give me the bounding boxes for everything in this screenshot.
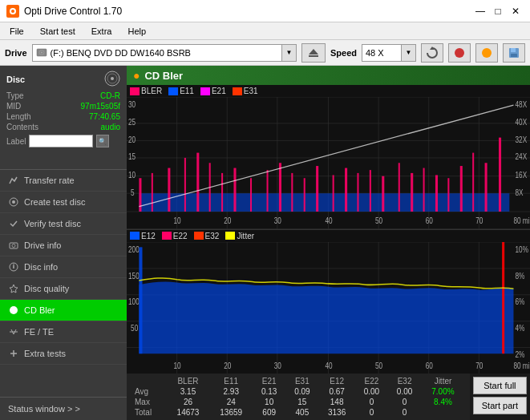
max-jitter: 8.4% bbox=[421, 397, 465, 407]
e22-color bbox=[162, 232, 172, 240]
svg-rect-83 bbox=[382, 176, 384, 212]
menu-start-test[interactable]: Start test bbox=[34, 25, 82, 38]
disc-label-row: Label 🔍 bbox=[6, 135, 120, 147]
col-header-e31: E31 bbox=[285, 376, 318, 386]
avg-e11: 2.93 bbox=[209, 386, 253, 397]
disc-info-icon bbox=[8, 261, 19, 273]
svg-rect-75 bbox=[279, 163, 281, 212]
drive-name: (F:) BENQ DVD DD DW1640 BSRB bbox=[51, 48, 191, 58]
bler-color bbox=[130, 87, 140, 95]
e11-color bbox=[168, 87, 178, 95]
disc-label-input[interactable] bbox=[29, 135, 93, 147]
speed-dropdown-button[interactable]: ▼ bbox=[402, 44, 416, 62]
stats-total-row: Total 14673 13659 609 405 3136 0 0 bbox=[131, 407, 465, 418]
sidebar-item-extra-tests[interactable]: Extra tests bbox=[0, 343, 127, 365]
sidebar-item-disc-info[interactable]: Disc info bbox=[0, 256, 127, 278]
disc-label-search-button[interactable]: 🔍 bbox=[96, 135, 109, 147]
save-button[interactable] bbox=[503, 43, 525, 63]
svg-text:2%: 2% bbox=[516, 350, 525, 359]
svg-text:150: 150 bbox=[128, 271, 140, 280]
col-header-e21: E21 bbox=[253, 376, 285, 386]
svg-text:15: 15 bbox=[128, 153, 136, 162]
svg-point-2 bbox=[11, 10, 14, 13]
start-full-button[interactable]: Start full bbox=[473, 377, 527, 394]
e21-label: E21 bbox=[212, 87, 226, 95]
col-header-bler: BLER bbox=[167, 376, 210, 386]
svg-text:25: 25 bbox=[128, 119, 136, 127]
total-e31: 405 bbox=[285, 407, 318, 418]
top-chart: 30 25 20 15 10 5 10 20 30 40 50 60 70 80… bbox=[127, 97, 530, 230]
svg-text:30: 30 bbox=[274, 361, 281, 370]
orange-icon-button[interactable] bbox=[475, 43, 498, 63]
svg-rect-92 bbox=[499, 138, 501, 212]
drive-label: Drive bbox=[5, 48, 27, 58]
total-e21: 609 bbox=[253, 407, 285, 418]
start-part-button[interactable]: Start part bbox=[473, 397, 527, 414]
legend-jitter: Jitter bbox=[225, 232, 254, 240]
title-bar-left: Opti Drive Control 1.70 bbox=[6, 5, 122, 18]
sidebar-label-verify-test-disc: Verify test disc bbox=[24, 219, 81, 228]
avg-e32: 0.00 bbox=[388, 386, 421, 397]
disc-type-row: Type CD-R bbox=[6, 91, 120, 100]
total-jitter bbox=[421, 407, 465, 418]
total-e22: 0 bbox=[355, 407, 388, 418]
e21-color bbox=[200, 87, 210, 95]
total-bler: 14673 bbox=[167, 407, 210, 418]
fe-te-icon bbox=[8, 326, 19, 337]
svg-rect-64 bbox=[139, 193, 509, 212]
close-button[interactable]: ✕ bbox=[508, 4, 524, 18]
svg-rect-19 bbox=[10, 243, 18, 248]
svg-text:16X: 16X bbox=[516, 171, 528, 180]
max-label: Max bbox=[131, 397, 167, 407]
svg-text:20: 20 bbox=[128, 135, 136, 144]
avg-label: Avg bbox=[131, 386, 167, 397]
sidebar-item-transfer-rate[interactable]: Transfer rate bbox=[0, 170, 127, 192]
sidebar-label-transfer-rate: Transfer rate bbox=[24, 176, 75, 185]
sidebar-item-create-test-disc[interactable]: Create test disc bbox=[0, 192, 127, 213]
disc-contents-row: Contents audio bbox=[6, 123, 120, 131]
svg-text:20: 20 bbox=[224, 216, 231, 225]
maximize-button[interactable]: □ bbox=[490, 4, 506, 18]
svg-text:10%: 10% bbox=[516, 244, 528, 253]
max-e21: 10 bbox=[253, 397, 285, 407]
drive-icon bbox=[36, 46, 47, 59]
svg-text:40: 40 bbox=[325, 361, 332, 370]
menu-help[interactable]: Help bbox=[121, 25, 152, 38]
eject-button[interactable] bbox=[301, 43, 326, 63]
svg-rect-80 bbox=[345, 168, 347, 212]
svg-point-25 bbox=[10, 306, 18, 314]
svg-rect-125 bbox=[502, 242, 504, 353]
menu-file[interactable]: File bbox=[3, 25, 30, 38]
sidebar-item-fe-te[interactable]: FE / TE bbox=[0, 321, 127, 343]
svg-rect-67 bbox=[168, 168, 170, 212]
menu-extra[interactable]: Extra bbox=[85, 25, 119, 38]
col-header-e11: E11 bbox=[209, 376, 253, 386]
speed-selector[interactable]: 48 X bbox=[362, 44, 402, 62]
minimize-button[interactable]: — bbox=[472, 4, 488, 18]
red-icon-button[interactable] bbox=[448, 43, 471, 63]
svg-rect-69 bbox=[196, 153, 199, 212]
drive-dropdown-button[interactable]: ▼ bbox=[282, 44, 297, 62]
svg-marker-24 bbox=[10, 285, 18, 293]
cd-bler-icon bbox=[8, 305, 19, 316]
disc-panel-icon bbox=[104, 71, 120, 88]
sidebar-item-cd-bler[interactable]: CD Bler bbox=[0, 300, 127, 321]
refresh-button[interactable] bbox=[421, 43, 443, 63]
svg-text:80 min: 80 min bbox=[513, 216, 530, 225]
sidebar-item-disc-quality[interactable]: Disc quality bbox=[0, 278, 127, 300]
svg-point-10 bbox=[482, 48, 492, 58]
drive-selector[interactable]: (F:) BENQ DVD DD DW1640 BSRB bbox=[32, 44, 282, 62]
status-window-button[interactable]: Status window > > bbox=[0, 397, 127, 420]
svg-text:24X: 24X bbox=[516, 153, 528, 162]
sidebar-item-verify-test-disc[interactable]: Verify test disc bbox=[0, 213, 127, 235]
svg-text:4%: 4% bbox=[516, 324, 525, 333]
sidebar-label-fe-te: FE / TE bbox=[24, 327, 54, 337]
svg-rect-77 bbox=[304, 178, 305, 212]
stats-max-row: Max 26 24 10 15 148 0 0 8.4% bbox=[131, 397, 465, 407]
sidebar-item-drive-info[interactable]: Drive info bbox=[0, 235, 127, 256]
svg-rect-89 bbox=[460, 166, 463, 212]
menu-bar: File Start test Extra Help bbox=[0, 22, 530, 40]
disc-contents-label: Contents bbox=[6, 123, 38, 131]
bottom-chart: 200 150 100 50 10 20 30 40 50 60 70 80 m… bbox=[127, 242, 530, 374]
disc-mid-row: MID 97m15s05f bbox=[6, 102, 120, 111]
